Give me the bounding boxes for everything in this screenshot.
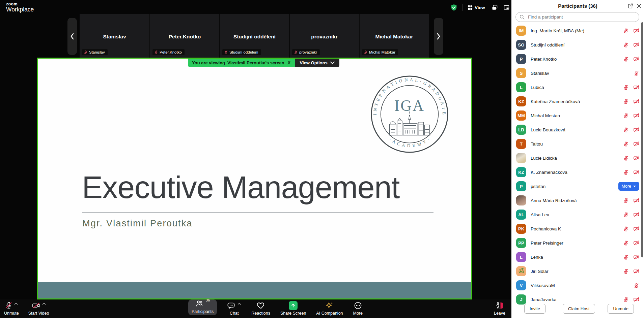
participant-row[interactable]: Lucie Lidická <box>511 151 644 165</box>
participant-mic-status[interactable] <box>623 240 629 246</box>
camera-off-icon <box>633 127 639 133</box>
video-tile[interactable]: Stanislav Stanislav <box>80 14 149 58</box>
participant-mic-status[interactable] <box>623 297 629 303</box>
participant-mic-status[interactable] <box>623 155 629 161</box>
panel-scrollbar[interactable] <box>641 22 643 257</box>
unmute-all-button[interactable]: Unmute <box>608 304 634 314</box>
participant-name: Peter.Knotko <box>531 57 623 62</box>
minimize-to-window-icon[interactable] <box>503 4 510 11</box>
participant-row[interactable]: KZK. Znamenáčková <box>511 165 644 179</box>
participant-video-status[interactable] <box>633 226 639 232</box>
participant-mic-status[interactable] <box>623 198 629 203</box>
participant-mic-status[interactable] <box>623 42 629 48</box>
participant-row[interactable]: PPeter.Knotko <box>511 52 644 66</box>
participant-row[interactable]: SStanislav <box>511 66 644 80</box>
participants-label: Participants <box>192 309 214 314</box>
participant-video-status[interactable] <box>633 240 639 246</box>
participant-mic-status[interactable] <box>623 268 629 274</box>
participant-mic-status[interactable] <box>623 127 629 133</box>
participant-mic-status[interactable] <box>623 113 629 119</box>
participant-row[interactable]: LLenka <box>511 250 644 264</box>
participant-mic-status[interactable] <box>623 212 629 218</box>
participant-video-status[interactable] <box>633 141 639 147</box>
share-screen-button[interactable]: Share Screen <box>280 299 306 316</box>
participant-row[interactable]: PKPochanicova K <box>511 222 644 236</box>
tile-label-name: Studijní oddělení <box>229 50 258 54</box>
participant-video-status[interactable] <box>633 84 639 90</box>
participant-mic-status[interactable] <box>623 254 629 260</box>
video-tile[interactable]: Peter.Knotko Peter.Knotko <box>149 14 219 58</box>
participant-row[interactable]: ॐJiri Solar <box>511 264 644 278</box>
filmstrip-next-button[interactable] <box>434 18 443 55</box>
mic-off-icon <box>623 113 629 119</box>
participant-row[interactable]: IMIng. Martin Král, MBA (Me) <box>511 24 644 38</box>
tile-mute-label: Michal Matokar <box>362 49 398 55</box>
leave-button[interactable]: Leave <box>494 299 505 316</box>
participant-mic-status[interactable] <box>634 70 639 76</box>
participant-mic-status[interactable] <box>623 28 629 34</box>
participant-mic-status[interactable] <box>634 283 639 288</box>
chat-button[interactable]: Chat <box>227 299 241 316</box>
participant-row[interactable]: LLubica <box>511 80 644 94</box>
video-tile[interactable]: Michal Matokar Michal Matokar <box>359 14 429 58</box>
close-panel-button[interactable] <box>636 2 642 9</box>
participant-video-status[interactable] <box>633 169 639 175</box>
filmstrip-prev-button[interactable] <box>67 18 77 55</box>
participant-name: Studijní oddělení <box>531 42 623 47</box>
layered-windows-icon[interactable] <box>491 4 498 11</box>
participant-more-button[interactable]: More <box>618 182 639 191</box>
participant-row[interactable]: MMMichal Mestan <box>511 108 644 123</box>
participant-name: Anna Mária Ridzoňová <box>531 198 623 203</box>
video-options-caret[interactable] <box>42 303 46 305</box>
popout-panel-button[interactable] <box>627 2 634 9</box>
participant-search[interactable] <box>515 12 639 22</box>
more-button[interactable]: More <box>353 299 363 316</box>
participant-video-status[interactable] <box>633 98 639 104</box>
participant-mic-status[interactable] <box>623 56 629 62</box>
mic-options-caret[interactable] <box>14 303 18 305</box>
participant-row[interactable]: TTaitou <box>511 137 644 151</box>
participant-video-status[interactable] <box>633 296 639 303</box>
participant-video-status[interactable] <box>633 254 639 260</box>
participant-row[interactable]: KZKateřina Znamenáčková <box>511 94 644 108</box>
invite-button[interactable]: Invite <box>524 304 545 314</box>
claim-host-button[interactable]: Claim Host <box>563 304 595 314</box>
participant-row[interactable]: PpstefanMore <box>511 179 644 193</box>
close-icon <box>637 3 642 8</box>
participant-row[interactable]: SOStudijní oddělení <box>511 38 644 52</box>
participant-video-status[interactable] <box>633 197 639 203</box>
chevron-down-icon <box>330 61 335 64</box>
avatar-initials: L <box>516 82 526 92</box>
participant-row[interactable]: Anna Mária Ridzoňová <box>511 193 644 208</box>
ai-companion-button[interactable]: AI Companion <box>316 299 343 316</box>
participant-row[interactable]: VVilikusovaM <box>511 278 644 292</box>
search-input[interactable] <box>527 14 635 20</box>
participant-mic-status[interactable] <box>623 141 629 147</box>
unmute-button[interactable]: Unmute <box>4 299 19 316</box>
participant-row[interactable]: PPPeter Preisinger <box>511 236 644 250</box>
participant-row[interactable]: LBLucie Bouuzková <box>511 123 644 137</box>
video-tile[interactable]: Studijní oddělení Studijní oddělení <box>219 14 289 58</box>
participant-video-status[interactable] <box>633 155 639 161</box>
video-tile[interactable]: provaznikr provaznikr <box>289 14 359 58</box>
participant-mic-status[interactable] <box>623 99 629 104</box>
participants-button[interactable]: 36 Participants <box>188 299 217 315</box>
participant-row[interactable]: ALAlisa Lev <box>511 208 644 222</box>
participant-mic-status[interactable] <box>623 226 629 232</box>
participant-mic-status[interactable] <box>623 85 629 90</box>
security-shield-icon[interactable] <box>450 4 458 11</box>
participant-video-status[interactable] <box>633 127 639 133</box>
participant-video-status[interactable] <box>633 42 639 48</box>
participant-video-status[interactable] <box>633 268 639 274</box>
participant-mic-status[interactable] <box>623 169 629 175</box>
view-button[interactable]: View <box>468 5 485 10</box>
reactions-button[interactable]: Reactions <box>251 299 270 316</box>
start-video-button[interactable]: Start Video <box>28 299 49 316</box>
participant-video-status[interactable] <box>633 212 639 218</box>
participant-video-status[interactable] <box>633 56 639 62</box>
tile-mute-label: Peter.Knotko <box>152 49 185 55</box>
view-options-button[interactable]: View Options <box>295 59 339 67</box>
chat-options-caret[interactable] <box>237 303 241 305</box>
participant-video-status[interactable] <box>633 28 639 34</box>
participant-video-status[interactable] <box>633 113 639 119</box>
